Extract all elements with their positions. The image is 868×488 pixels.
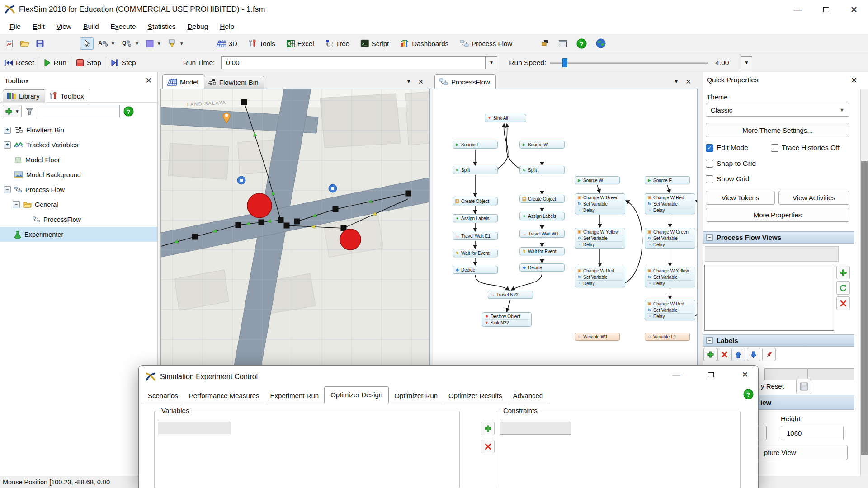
tree-item-tracked-variables[interactable]: +Tracked Variables — [0, 137, 157, 152]
pane-dropdown-icon[interactable]: ▼ — [406, 78, 412, 86]
pf-activity-travelW[interactable]: Travel Wait W1 — [519, 230, 565, 238]
open-button[interactable] — [18, 38, 32, 49]
delete-constraint-button[interactable] — [481, 440, 495, 453]
pane-close-icon[interactable]: ✕ — [685, 78, 691, 86]
move-label-up-button[interactable] — [731, 348, 745, 361]
dashboards-button[interactable]: Dashboards — [397, 38, 451, 49]
theme-select[interactable]: Classic ▼ — [706, 103, 849, 117]
labels-section-header[interactable]: − Labels — [703, 334, 854, 347]
more-theme-settings-button[interactable]: More Theme Settings... — [706, 123, 849, 137]
dialog-tab-performance-measures[interactable]: Performance Measures — [184, 388, 265, 403]
tree-item-general[interactable]: −General — [0, 197, 157, 212]
quick-properties-close-icon[interactable]: ✕ — [851, 76, 857, 84]
move-label-down-button[interactable] — [747, 348, 760, 361]
show-grid-checkbox[interactable]: Show Grid — [706, 175, 749, 183]
network-node-handle[interactable] — [236, 222, 241, 228]
network-node-handle[interactable] — [192, 234, 198, 240]
pf-activity-sinkAll[interactable]: Sink All — [485, 114, 526, 122]
model-tab-model[interactable]: Model — [162, 74, 204, 89]
tree-item-model-floor[interactable]: Model Floor — [0, 152, 157, 167]
reset-button[interactable]: Reset — [0, 57, 38, 69]
dialog-maximize-button[interactable] — [704, 371, 717, 380]
toolbox-add-button[interactable]: ▼ — [3, 105, 22, 117]
view-tokens-button[interactable]: View Tokens — [706, 191, 775, 205]
dialog-tab-scenarios[interactable]: Scenarios — [142, 388, 184, 403]
quick-properties-scrollbar[interactable] — [860, 89, 868, 476]
run-speed-slider[interactable] — [550, 58, 708, 67]
pointer-tool-button[interactable] — [80, 37, 94, 50]
pf-activity-srcW[interactable]: Source W — [519, 141, 565, 149]
script-button[interactable]: >_Script — [358, 38, 391, 49]
edit-mode-checkbox[interactable]: ✓ Edit Mode — [706, 144, 748, 152]
pf-activity-c2[interactable]: Change W YellowSet VariableDelay — [575, 228, 625, 249]
minimize-button[interactable]: — — [784, 0, 812, 19]
process-flow-views-section-header[interactable]: − Process Flow Views — [703, 231, 854, 244]
delete-view-button[interactable] — [836, 296, 850, 310]
save-button[interactable] — [33, 38, 47, 49]
collapse-icon[interactable]: − — [13, 201, 20, 208]
windows-button[interactable] — [556, 38, 570, 49]
pf-activity-c3[interactable]: Change W RedSet VariableDelay — [575, 267, 625, 287]
pf-activity-d3[interactable]: Change W YellowSet VariableDelay — [645, 267, 695, 287]
maximize-button[interactable] — [812, 0, 840, 19]
dialog-minimize-button[interactable]: — — [670, 371, 683, 380]
trace-histories-checkbox[interactable]: Trace Histories Off — [771, 144, 840, 152]
menu-item-build[interactable]: Build — [77, 21, 104, 33]
processflow-tab-processflow[interactable]: ProcessFlow — [434, 74, 496, 89]
network-node-handle[interactable] — [333, 206, 339, 212]
paint-tool-button[interactable]: ▼ — [165, 38, 186, 49]
pf-activity-destroy[interactable]: Destroy ObjectSink N22 — [482, 312, 532, 327]
menu-item-execute[interactable]: Execute — [105, 21, 142, 33]
dialog-tab-optimizer-run[interactable]: Optimizer Run — [389, 388, 443, 403]
tree-item-model-background[interactable]: Model Background — [0, 167, 157, 182]
toolbox-tab-toolbox[interactable]: Toolbox — [45, 89, 90, 102]
step-button[interactable]: Step — [107, 57, 140, 69]
snap-to-grid-checkbox[interactable]: Snap to Grid — [706, 160, 756, 168]
web-button[interactable] — [594, 37, 608, 50]
menu-item-edit[interactable]: Edit — [27, 21, 51, 33]
pf-activity-c1[interactable]: Change W GreenSet VariableDelay — [575, 193, 625, 214]
pf-activity-assignE[interactable]: Assign Labels — [453, 214, 498, 222]
collapse-icon[interactable]: − — [706, 234, 713, 241]
tree-item-processflow[interactable]: ProcessFlow — [0, 212, 157, 227]
dialog-tab-advanced[interactable]: Advanced — [507, 388, 548, 403]
pf-activity-waitE[interactable]: Wait for Event — [453, 249, 498, 257]
expand-icon[interactable]: + — [4, 127, 11, 134]
toolbox-tab-library[interactable]: Library — [3, 89, 46, 102]
excel-button[interactable]: XExcel — [284, 38, 316, 49]
pf-activity-decideE[interactable]: Decide — [453, 266, 498, 274]
dialog-tab-optimizer-design[interactable]: Optimizer Design — [324, 386, 389, 403]
tree-button[interactable]: Tree — [323, 38, 352, 49]
tree-item-experimenter[interactable]: Experimenter — [0, 227, 157, 242]
network-node-handle[interactable] — [278, 217, 284, 223]
connect-objects-button[interactable]: A▼ — [95, 38, 118, 49]
pf-activity-splitE[interactable]: Split — [453, 166, 498, 174]
add-constraint-button[interactable] — [481, 422, 495, 435]
pf-activity-d4[interactable]: Change W RedSet VariableDelay — [645, 300, 695, 320]
pf-activity-srcW2[interactable]: Source W — [575, 176, 620, 184]
save-view-button[interactable] — [796, 379, 811, 394]
pf-activity-d2[interactable]: Change W GreenSet VariableDelay — [645, 228, 695, 249]
pf-activity-decideW[interactable]: Decide — [519, 263, 565, 272]
stop-button[interactable]: Stop — [72, 57, 105, 69]
more-properties-button[interactable]: More Properties — [706, 208, 849, 222]
collapse-icon[interactable]: − — [706, 337, 713, 344]
capture-view-button[interactable]: pture View — [755, 445, 848, 460]
network-node-handle[interactable] — [406, 191, 411, 197]
toolbox-help-icon[interactable]: ? — [123, 106, 134, 117]
pf-activity-createE[interactable]: Create Object — [453, 197, 498, 205]
delete-label-button[interactable] — [717, 348, 731, 361]
tools-button[interactable]: Tools — [246, 38, 278, 49]
add-label-button[interactable] — [703, 348, 717, 361]
expand-icon[interactable]: + — [4, 141, 11, 149]
pf-activity-assignW[interactable]: Assign Labels — [519, 212, 565, 220]
pin-label-button[interactable] — [762, 348, 776, 361]
height-input[interactable]: 1080 — [781, 426, 844, 440]
pf-activity-srcE[interactable]: Source E — [453, 141, 498, 149]
slider-thumb[interactable] — [562, 58, 567, 67]
view-activities-button[interactable]: View Activities — [778, 191, 849, 205]
menu-item-file[interactable]: File — [4, 21, 27, 33]
dialog-tab-experiment-run[interactable]: Experiment Run — [265, 388, 325, 403]
highlight-tool-button[interactable]: ▼ — [143, 38, 164, 49]
pf-activity-d1[interactable]: Change W RedSet VariableDelay — [645, 193, 695, 214]
